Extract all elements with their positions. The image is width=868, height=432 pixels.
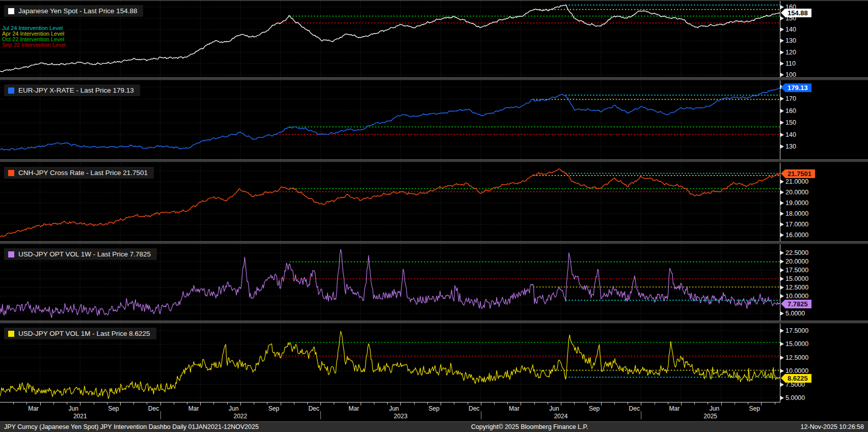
x-tick [400, 402, 401, 406]
usdjpy-vol-1w-last-price-tag[interactable]: 7.7825 [785, 300, 811, 308]
intervention-label-sep22: Sep 22 Intervention Level [2, 42, 66, 48]
cnh-jpy-last-price-tag[interactable]: 21.7501 [785, 169, 815, 178]
x-tick [160, 402, 161, 406]
x-month-label: Jun [710, 405, 719, 412]
eur-jpy-last-price-tag[interactable]: 179.13 [785, 83, 811, 92]
x-month-label: Dec [469, 405, 479, 412]
y-tick-label: 10.0000 [780, 367, 808, 375]
y-tick-arrow [780, 285, 784, 290]
legend-swatch-orange [8, 170, 14, 176]
x-tick [468, 402, 468, 405]
x-tick [668, 402, 668, 405]
x-tick [174, 402, 174, 405]
x-tick [254, 402, 254, 405]
price-tag-notch [781, 374, 785, 382]
x-tick [187, 402, 187, 405]
y-tick-arrow [780, 16, 784, 20]
y-tick-label: 140 [780, 26, 796, 33]
legend-jpy-spot[interactable]: Japanese Yen Spot - Last Price 154.88 [4, 5, 143, 17]
y-tick-arrow [780, 190, 784, 194]
y-tick-label: 20.0000 [780, 258, 808, 265]
y-tick-label: 17.5000 [780, 327, 808, 334]
price-tag-value: 7.7825 [788, 300, 808, 308]
y-tick-label: 110 [780, 60, 796, 67]
x-tick [213, 402, 214, 405]
x-tick [26, 402, 27, 405]
x-tick [775, 402, 775, 405]
y-tick-arrow [780, 201, 784, 205]
price-tag-value: 8.6225 [788, 375, 808, 382]
x-tick [67, 402, 67, 405]
year-boundary-tick [160, 411, 161, 419]
y-tick-arrow [780, 62, 784, 66]
x-year-label: 2021 [73, 413, 87, 420]
x-tick [320, 402, 321, 406]
y-tick-arrow [780, 294, 784, 298]
x-axis-baseline [0, 402, 780, 402]
x-tick [614, 402, 615, 405]
legend-cnh-jpy[interactable]: CNH-JPY Cross Rate - Last Price 21.7501 [4, 167, 154, 179]
x-tick [601, 402, 602, 406]
x-tick [387, 402, 388, 405]
y-tick-label: 16.0000 [780, 232, 808, 239]
x-tick [441, 402, 441, 406]
x-axis: MarJunSepDecMarJunSepDecMarJunSepDecMarJ… [0, 402, 868, 421]
y-tick-arrow [780, 233, 784, 237]
usdjpy-vol-1m-last-price-tag[interactable]: 8.6225 [785, 374, 811, 383]
panel-usdjpy-vol-1w: 7.7825 22.500020.000017.500015.000012.50… [0, 244, 868, 321]
x-month-label: Sep [749, 405, 760, 412]
x-tick [53, 402, 54, 405]
y-tick-arrow [780, 277, 784, 281]
x-tick [507, 402, 508, 405]
x-tick [94, 402, 94, 405]
y-tick-label: 5.0000 [780, 310, 805, 317]
x-year-label: 2022 [234, 413, 248, 420]
x-tick [574, 402, 575, 405]
usd-jpy-opt-vol-1m-series [0, 331, 780, 399]
y-tick-arrow [780, 145, 784, 149]
x-tick [561, 402, 561, 406]
year-boundary-tick [641, 411, 641, 419]
legend-usdjpy-vol-1m[interactable]: USD-JPY OPT VOL 1M - Last Price 8.6225 [4, 328, 156, 339]
cnh-jpy-y-axis: 21.7501 21.000020.000019.000018.000017.0… [780, 163, 868, 241]
cnh-jpy-cross-rate-series [0, 169, 780, 237]
x-tick [641, 402, 641, 406]
y-tick-arrow [780, 268, 784, 272]
y-tick-label: 15.0000 [780, 340, 808, 348]
panel-cnh-jpy: 21.7501 21.000020.000019.000018.000017.0… [0, 163, 868, 241]
y-tick-label: 19.0000 [780, 199, 808, 207]
y-tick-arrow [780, 369, 784, 373]
year-boundary-tick [481, 411, 481, 419]
y-tick-arrow [780, 251, 784, 255]
eur-jpy-x-rate-series [0, 88, 780, 150]
x-month-label: Jun [389, 405, 399, 412]
panel-divider-2[interactable] [0, 159, 868, 162]
x-tick [694, 402, 695, 405]
y-tick-arrow [780, 97, 784, 101]
x-tick [267, 402, 267, 405]
jpy-spot-last-price-tag[interactable]: 154.88 [785, 9, 811, 17]
eur-jpy-y-axis: 179.13 180170160150140130 [780, 80, 868, 159]
x-month-label: Mar [188, 405, 199, 412]
x-tick [534, 402, 535, 405]
y-tick-label: 150 [780, 119, 796, 126]
legend-label: USD-JPY OPT VOL 1M - Last Price 8.6225 [18, 330, 150, 337]
legend-swatch-yellow [8, 331, 14, 337]
x-tick [240, 402, 241, 406]
y-tick-arrow [780, 329, 784, 333]
y-tick-arrow [780, 260, 784, 264]
x-month-label: Sep [268, 405, 279, 412]
x-tick [481, 402, 481, 406]
y-tick-label: 21.0000 [780, 178, 808, 185]
y-tick-arrow [780, 356, 784, 360]
x-tick [281, 402, 281, 406]
price-tag-value: 154.88 [788, 9, 808, 17]
y-tick-label: 12.5000 [780, 354, 808, 361]
y-tick-label: 160 [780, 107, 796, 114]
x-tick [374, 402, 374, 405]
legend-usdjpy-vol-1w[interactable]: USD-JPY OPT VOL 1W - Last Price 7.7825 [4, 248, 157, 260]
x-month-label: Mar [348, 405, 359, 412]
x-tick [681, 402, 682, 406]
y-tick-label: 130 [780, 37, 796, 44]
legend-eur-jpy[interactable]: EUR-JPY X-RATE - Last Price 179.13 [4, 84, 140, 96]
